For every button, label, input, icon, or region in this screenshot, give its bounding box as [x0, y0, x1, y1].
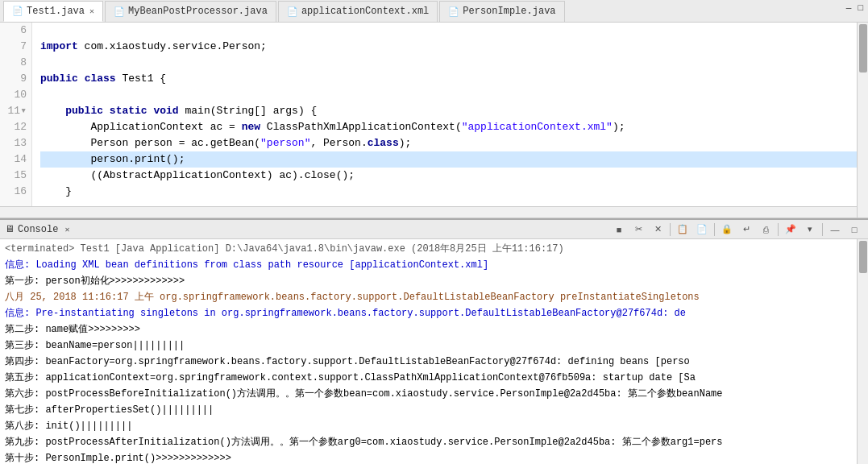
console-open-console-button[interactable]: ⎙ [757, 222, 775, 238]
tab-close-button[interactable]: ✕ [89, 6, 94, 16]
console-copy-button[interactable]: 📋 [674, 222, 691, 238]
console-icon: 🖥 [5, 223, 15, 235]
code-line-10 [40, 87, 868, 103]
code-line-7: import com.xiaostudy.service.Person; [40, 39, 868, 55]
console-vertical-scrollbar[interactable] [857, 239, 868, 464]
line-num-11: 11▾ [0, 103, 27, 119]
toolbar-separator-1 [670, 223, 671, 236]
line-num-10: 10 [0, 87, 27, 103]
line-num-15: 15 [0, 168, 27, 184]
tab-test1-java[interactable]: 📄 Test1.java ✕ [3, 1, 103, 22]
tab-personimple-java[interactable]: 📄 PersonImple.java [439, 1, 564, 22]
tab-label-3: applicationContext.xml [301, 6, 429, 17]
console-minimize-button[interactable]: — [826, 222, 844, 238]
code-line-15: ((AbstractApplicationContext) ac).close(… [40, 168, 868, 184]
console-paste-button[interactable]: 📄 [693, 222, 711, 238]
code-line-8 [40, 55, 868, 71]
java-file-icon2: 📄 [114, 6, 125, 17]
tab-applicationcontext-xml[interactable]: 📄 applicationContext.xml [278, 1, 438, 22]
code-line-9: public class Test1 { [40, 71, 868, 87]
console-scroll-thumb[interactable] [859, 241, 867, 273]
console-maximize-button[interactable]: □ [845, 222, 863, 238]
java-file-icon: 📄 [12, 6, 23, 16]
toolbar-separator-4 [822, 223, 823, 236]
window-controls: — □ [845, 3, 865, 13]
editor-vertical-scrollbar[interactable] [857, 23, 868, 218]
console-line-8: 第五步: applicationContext=org.springframew… [5, 370, 863, 386]
console-pin-button[interactable]: 📌 [782, 222, 799, 238]
line-num-9: 9 [0, 71, 27, 87]
line-num-8: 8 [0, 55, 27, 71]
editor-scroll-thumb[interactable] [859, 24, 867, 72]
console-line-7: 第四步: beanFactory=org.springframework.bea… [5, 354, 863, 370]
editor-area: 6 7 8 9 10 11▾ 12 13 14 15 16 import com… [0, 23, 868, 218]
console-header: 🖥 Console ✕ ■ ✂ ✕ 📋 📄 🔒 ↵ ⎙ 📌 ▾ — □ [0, 218, 868, 239]
code-panel: 6 7 8 9 10 11▾ 12 13 14 15 16 import com… [0, 23, 868, 206]
line-num-6: 6 [0, 23, 27, 39]
tab-label-2: MyBeanPostProcessor.java [128, 6, 268, 17]
console-line-11: 第八步: init()||||||||| [5, 418, 863, 434]
console-remove-button[interactable]: ✕ [649, 222, 667, 238]
console-output: <terminated> Test1 [Java Application] D:… [0, 239, 868, 464]
console-terminated-line: <terminated> Test1 [Java Application] D:… [5, 241, 863, 257]
console-title-label: Console [18, 224, 58, 235]
console-scroll-lock-button[interactable]: 🔒 [718, 222, 736, 238]
line-num-7: 7 [0, 39, 27, 55]
tab-label: Test1.java [27, 6, 85, 17]
console-line-1: 信息: Loading XML bean definitions from cl… [5, 257, 863, 273]
console-line-6: 第三步: beanName=person||||||||| [5, 338, 863, 354]
console-close-icon[interactable]: ✕ [64, 225, 69, 234]
line-num-14: 14 [0, 151, 27, 168]
maximize-button[interactable]: □ [856, 3, 865, 13]
console-line-3: 八月 25, 2018 11:16:17 上午 org.springframew… [5, 289, 863, 305]
toolbar-separator-2 [714, 223, 715, 236]
toolbar-separator-3 [778, 223, 779, 236]
console-disconnect-button[interactable]: ✂ [629, 222, 647, 238]
xml-file-icon: 📄 [287, 6, 298, 17]
minimize-button[interactable]: — [845, 3, 853, 13]
code-line-16: } [40, 184, 868, 200]
java-file-icon3: 📄 [448, 6, 459, 17]
console-stop-button[interactable]: ■ [610, 222, 628, 238]
line-num-12: 12 [0, 119, 27, 135]
console-line-2: 第一步: person初始化>>>>>>>>>>>>> [5, 273, 863, 289]
line-numbers: 6 7 8 9 10 11▾ 12 13 14 15 16 [0, 23, 32, 206]
code-line-11: public static void main(String[] args) { [40, 103, 868, 119]
tab-label-4: PersonImple.java [463, 6, 555, 17]
console-line-12: 第九步: postProcessAfterInitialization()方法调… [5, 434, 863, 450]
console-line-13: 第十步: PersonImple.print()>>>>>>>>>>>>> [5, 450, 863, 464]
console-line-4: 信息: Pre-instantiating singletons in org.… [5, 305, 863, 321]
console-toolbar: ■ ✂ ✕ 📋 📄 🔒 ↵ ⎙ 📌 ▾ — □ [610, 222, 868, 238]
console-line-9: 第六步: postProcessBeforeInitialization()方法… [5, 386, 863, 402]
editor-horizontal-scrollbar[interactable] [0, 206, 857, 218]
code-line-12: ApplicationContext ac = new ClassPathXml… [40, 119, 868, 135]
tab-bar: 📄 Test1.java ✕ 📄 MyBeanPostProcessor.jav… [0, 0, 868, 23]
console-line-10: 第七步: afterPropertiesSet()||||||||| [5, 402, 863, 418]
code-line-13: Person person = ac.getBean("person", Per… [40, 135, 868, 151]
console-line-5: 第二步: name赋值>>>>>>>>> [5, 321, 863, 338]
tab-mybeanpostprocessor[interactable]: 📄 MyBeanPostProcessor.java [105, 1, 276, 22]
line-num-16: 16 [0, 184, 27, 200]
line-num-13: 13 [0, 135, 27, 151]
console-menu-button[interactable]: ▾ [801, 222, 819, 238]
code-line-14: person.print(); [40, 151, 868, 168]
console-title-area: 🖥 Console ✕ [5, 223, 69, 235]
code-text[interactable]: import com.xiaostudy.service.Person; pub… [32, 23, 868, 206]
code-line-6 [40, 23, 868, 39]
console-word-wrap-button[interactable]: ↵ [737, 222, 755, 238]
